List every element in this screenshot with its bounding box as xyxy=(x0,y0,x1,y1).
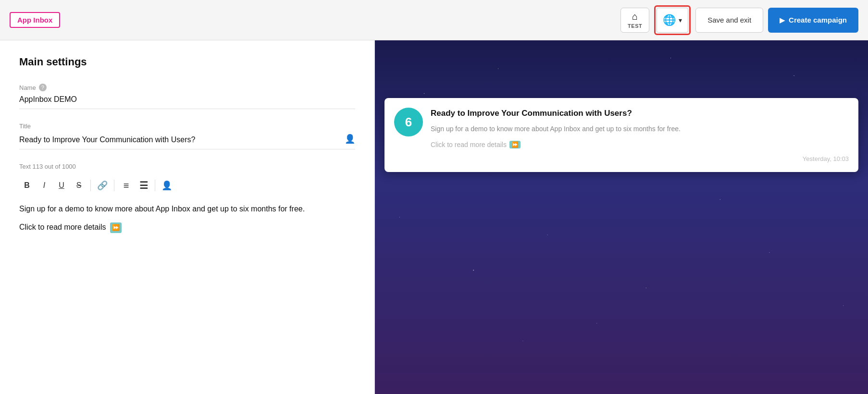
text-counter-value: 113 out of 1000 xyxy=(32,163,75,170)
save-exit-button[interactable]: Save and exit xyxy=(695,8,763,33)
name-field-group: Name ? AppInbox DEMO xyxy=(19,84,355,109)
stars-background xyxy=(375,40,868,394)
chevron-down-icon: ▾ xyxy=(679,16,682,24)
avatar-number: 6 xyxy=(405,115,412,130)
editor-text-line1: Sign up for a demo to know more about Ap… xyxy=(19,203,355,215)
name-help-icon[interactable]: ? xyxy=(39,84,47,91)
toolbar-divider-3 xyxy=(155,180,155,191)
name-value: AppInbox DEMO xyxy=(19,95,355,109)
name-label: Name xyxy=(19,84,36,91)
editor-body[interactable]: Sign up for a demo to know more about Ap… xyxy=(19,203,355,233)
title-field-row: Ready to Improve Your Communication with… xyxy=(19,134,355,149)
main-content: Main settings Name ? AppInbox DEMO Title… xyxy=(0,40,868,394)
test-label: TEST xyxy=(628,23,642,29)
preview-fast-forward-icon: ⏩ xyxy=(509,141,521,148)
title-value: Ready to Improve Your Communication with… xyxy=(19,135,345,144)
name-label-row: Name ? xyxy=(19,84,355,91)
app-inbox-badge: App Inbox xyxy=(10,12,60,28)
globe-icon: 🌐 xyxy=(663,14,676,26)
left-panel: Main settings Name ? AppInbox DEMO Title… xyxy=(0,40,375,394)
home-icon: ⌂ xyxy=(632,11,638,22)
toolbar-divider-2 xyxy=(114,180,114,191)
strikethrough-button[interactable]: S xyxy=(71,178,87,193)
play-icon: ▶ xyxy=(780,16,785,24)
section-title: Main settings xyxy=(19,56,355,68)
preview-message-link: Click to read more details ⏩ xyxy=(431,141,849,148)
test-button[interactable]: ⌂ TEST xyxy=(620,8,649,33)
link-button[interactable]: 🔗 xyxy=(95,178,110,193)
italic-button[interactable]: I xyxy=(37,178,52,193)
preview-link-text: Click to read more details xyxy=(431,141,507,148)
preview-message-body: Sign up for a demo to know more about Ap… xyxy=(431,124,849,134)
personalization-icon[interactable]: 👤 xyxy=(345,134,355,144)
bold-button[interactable]: B xyxy=(19,178,35,193)
editor-link-line: Click to read more details ⏩ xyxy=(19,221,355,234)
title-label-row: Title xyxy=(19,123,355,130)
toolbar-divider-1 xyxy=(90,180,91,191)
message-preview-card: 6 Ready to Improve Your Communication wi… xyxy=(384,98,858,172)
underline-button[interactable]: U xyxy=(54,178,69,193)
personalization-button[interactable]: 👤 xyxy=(159,178,174,193)
app-header: App Inbox ⌂ TEST 🌐 ▾ Save and exit ▶ Cre… xyxy=(0,0,868,40)
language-selector-wrapper: 🌐 ▾ xyxy=(654,5,691,35)
create-campaign-label: Create campaign xyxy=(789,16,847,24)
create-campaign-button[interactable]: ▶ Create campaign xyxy=(768,8,858,33)
header-actions: ⌂ TEST 🌐 ▾ Save and exit ▶ Create campai… xyxy=(620,5,858,35)
preview-message-title: Ready to Improve Your Communication with… xyxy=(431,108,849,119)
fast-forward-icon: ⏩ xyxy=(110,222,122,234)
title-label: Title xyxy=(19,123,31,130)
preview-panel: 6 Ready to Improve Your Communication wi… xyxy=(375,40,868,394)
unordered-list-button[interactable]: ☰ xyxy=(136,178,151,193)
avatar: 6 xyxy=(394,108,423,136)
text-field-group: Text 113 out of 1000 B I U S 🔗 ≡ ☰ 👤 Sig… xyxy=(19,163,355,233)
text-counter: Text 113 out of 1000 xyxy=(19,163,355,170)
title-field-group: Title Ready to Improve Your Communicatio… xyxy=(19,123,355,149)
language-selector-button[interactable]: 🌐 ▾ xyxy=(657,8,688,33)
preview-message-time: Yesterday, 10:03 xyxy=(431,155,849,162)
message-content: Ready to Improve Your Communication with… xyxy=(431,108,849,162)
editor-toolbar: B I U S 🔗 ≡ ☰ 👤 xyxy=(19,175,355,196)
text-label: Text xyxy=(19,163,31,170)
ordered-list-button[interactable]: ≡ xyxy=(118,178,134,193)
